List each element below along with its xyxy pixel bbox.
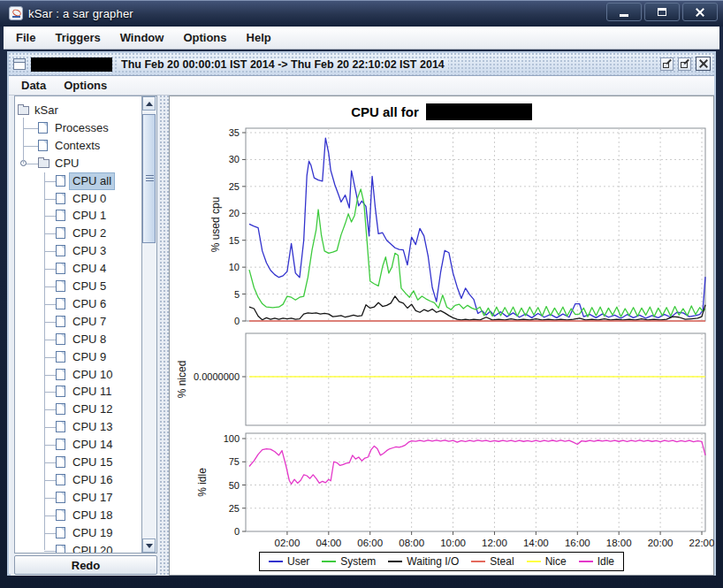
internal-frame-icon xyxy=(13,58,26,70)
tree-item-contexts[interactable]: Contexts xyxy=(15,137,141,155)
legend-swatch xyxy=(527,561,541,562)
svg-text:35: 35 xyxy=(229,127,240,138)
tree-item-cpu-18[interactable]: CPU 18 xyxy=(15,507,141,524)
svg-text:% used cpu: % used cpu xyxy=(209,197,222,253)
scrollbar-thumb[interactable] xyxy=(142,114,156,243)
tree-item-cpu-all[interactable]: CPU all xyxy=(15,172,141,190)
svg-text:02:00: 02:00 xyxy=(275,538,301,548)
document-icon xyxy=(56,280,65,292)
tree-item-cpu-20[interactable]: CPU 20 xyxy=(15,542,141,554)
internal-frame-titlebar[interactable]: Thu Feb 20 00:00:01 IST 2014 -> Thu Feb … xyxy=(9,53,714,76)
tree-item-cpu-13[interactable]: CPU 13 xyxy=(15,418,141,436)
svg-text:06:00: 06:00 xyxy=(357,538,383,548)
frame-minimize-button[interactable] xyxy=(660,57,674,71)
tree-connector xyxy=(44,269,56,270)
frame-maximize-button[interactable] xyxy=(678,57,691,71)
sidebar-tree-panel: kSarProcessesContextsCPUCPU allCPU 0CPU … xyxy=(14,95,157,575)
svg-text:% idle: % idle xyxy=(196,468,209,497)
scroll-up-button[interactable] xyxy=(142,96,156,111)
tree-connector xyxy=(44,375,56,376)
tree-item-cpu-14[interactable]: CPU 14 xyxy=(15,436,141,454)
menu-frame-options[interactable]: Options xyxy=(64,79,107,92)
window-close-button[interactable] xyxy=(682,3,718,21)
menu-file[interactable]: File xyxy=(16,31,35,44)
legend-label: User xyxy=(287,555,309,568)
subplot-0: 05101520253035% used cpu xyxy=(170,121,714,333)
tree-item-label: kSar xyxy=(32,103,61,118)
tree-item-ksar[interactable]: kSar xyxy=(15,102,141,119)
tree-item-cpu-2[interactable]: CPU 2 xyxy=(15,225,141,242)
window-minimize-button[interactable] xyxy=(606,3,642,21)
tree-item-label: CPU 15 xyxy=(70,454,116,470)
tree-connector xyxy=(44,199,56,200)
tree-item-cpu-6[interactable]: CPU 6 xyxy=(15,295,141,313)
tree-item-cpu-9[interactable]: CPU 9 xyxy=(15,348,141,366)
menu-data[interactable]: Data xyxy=(21,79,46,92)
svg-text:30: 30 xyxy=(229,154,240,164)
menu-triggers[interactable]: Triggers xyxy=(55,31,100,44)
tree-item-cpu-0[interactable]: CPU 0 xyxy=(15,190,141,208)
svg-text:20: 20 xyxy=(229,208,240,218)
frame-close-button[interactable] xyxy=(696,57,711,71)
tree-connector xyxy=(44,340,56,340)
document-icon xyxy=(56,421,65,432)
document-icon xyxy=(56,492,65,503)
tree-item-label: CPU 2 xyxy=(70,225,109,241)
legend-label: Nice xyxy=(545,555,567,568)
minimize-icon xyxy=(620,14,628,17)
document-icon xyxy=(56,263,65,274)
tree-item-label: CPU 8 xyxy=(70,332,109,347)
svg-text:0.0000000: 0.0000000 xyxy=(194,371,240,382)
tree-item-label: CPU 19 xyxy=(70,525,116,541)
tree-item-cpu-4[interactable]: CPU 4 xyxy=(15,260,141,278)
menu-help[interactable]: Help xyxy=(247,31,271,44)
window-titlebar[interactable]: kSar : a sar grapher xyxy=(0,0,723,27)
document-icon xyxy=(56,439,65,450)
redo-button[interactable]: Redo xyxy=(14,555,157,575)
tree-item-processes[interactable]: Processes xyxy=(15,119,141,137)
maximize-icon xyxy=(658,8,666,16)
tree-connector xyxy=(44,357,56,358)
svg-text:5: 5 xyxy=(234,289,240,300)
document-icon xyxy=(56,333,65,345)
tree-item-cpu-3[interactable]: CPU 3 xyxy=(15,242,141,260)
tree-item-cpu-7[interactable]: CPU 7 xyxy=(15,313,141,331)
document-icon xyxy=(56,474,65,485)
tree-item-cpu-17[interactable]: CPU 17 xyxy=(15,489,141,507)
document-icon xyxy=(56,403,65,415)
scroll-down-button[interactable] xyxy=(142,538,156,553)
tree-item-cpu-15[interactable]: CPU 15 xyxy=(15,454,141,471)
tree-item-cpu-16[interactable]: CPU 16 xyxy=(15,471,141,489)
tree-scrollbar[interactable] xyxy=(142,95,157,554)
tree-item-cpu-5[interactable]: CPU 5 xyxy=(15,278,141,295)
legend-label: System xyxy=(340,555,376,568)
tree-item-cpu-10[interactable]: CPU 10 xyxy=(15,366,141,384)
window-maximize-button[interactable] xyxy=(644,3,680,21)
tree-connector xyxy=(44,322,56,323)
tree-item-cpu-12[interactable]: CPU 12 xyxy=(15,401,141,418)
tree-item-cpu-8[interactable]: CPU 8 xyxy=(15,331,141,348)
menu-options[interactable]: Options xyxy=(183,31,226,44)
tree-item-label: CPU 13 xyxy=(70,419,116,435)
tree-connector xyxy=(44,551,56,552)
menu-window[interactable]: Window xyxy=(120,31,164,44)
legend-item-waiting-i-o: Waiting I/O xyxy=(388,555,459,568)
splitpane-divider[interactable] xyxy=(160,95,169,575)
tree-connector xyxy=(44,409,56,410)
svg-text:16:00: 16:00 xyxy=(565,538,590,548)
tree-item-cpu-1[interactable]: CPU 1 xyxy=(15,207,141,225)
tree-item-cpu-11[interactable]: CPU 11 xyxy=(15,383,141,401)
svg-text:75: 75 xyxy=(229,456,240,467)
tree-item-cpu-19[interactable]: CPU 19 xyxy=(15,524,141,542)
document-icon xyxy=(56,298,65,309)
redacted-hostname xyxy=(31,57,112,72)
close-icon xyxy=(695,7,705,18)
tree-item-cpu[interactable]: CPU xyxy=(15,155,141,172)
ksar-window: kSar : a sar grapher File Triggers Windo… xyxy=(0,0,723,588)
svg-text:20:00: 20:00 xyxy=(648,538,674,548)
svg-text:22:00: 22:00 xyxy=(689,538,714,548)
internal-frame-title: Thu Feb 20 00:00:01 IST 2014 -> Thu Feb … xyxy=(118,58,448,71)
tree-connector xyxy=(44,462,56,463)
svg-text:% niced: % niced xyxy=(176,361,188,399)
tree-connector-line xyxy=(23,118,24,164)
